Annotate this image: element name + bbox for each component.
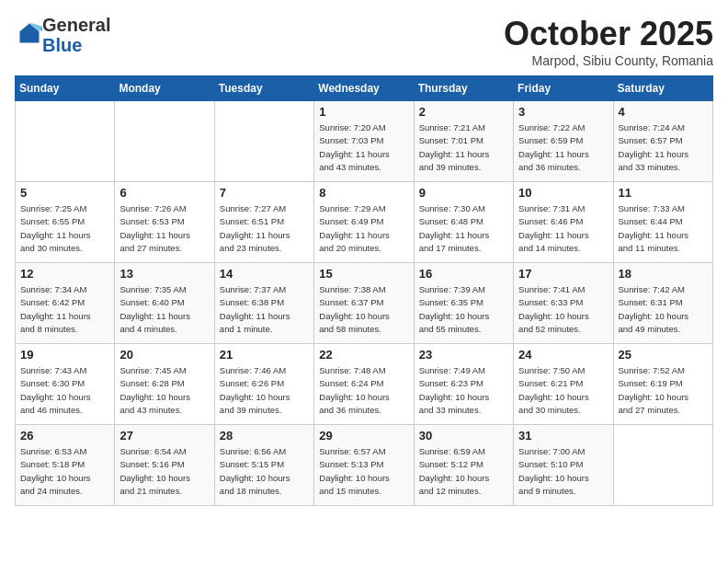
day-info: Sunrise: 7:27 AM Sunset: 6:51 PM Dayligh… [220,202,309,255]
day-info: Sunrise: 6:57 AM Sunset: 5:13 PM Dayligh… [319,445,408,498]
day-number: 18 [619,267,708,281]
day-info: Sunrise: 7:39 AM Sunset: 6:35 PM Dayligh… [419,283,508,336]
calendar-cell: 25Sunrise: 7:52 AM Sunset: 6:19 PM Dayli… [613,344,712,425]
day-number: 28 [220,429,309,442]
weekday-monday: Monday [115,76,214,101]
day-number: 20 [119,348,209,362]
day-number: 7 [220,186,309,200]
day-number: 30 [419,429,508,442]
calendar-cell: 31Sunrise: 7:00 AM Sunset: 5:10 PM Dayli… [514,425,613,506]
location-subtitle: Marpod, Sibiu County, Romania [504,53,713,68]
day-info: Sunrise: 7:31 AM Sunset: 6:46 PM Dayligh… [518,202,608,255]
day-info: Sunrise: 7:20 AM Sunset: 7:03 PM Dayligh… [319,121,408,174]
day-number: 22 [319,348,408,362]
weekday-thursday: Thursday [414,76,513,101]
day-info: Sunrise: 7:33 AM Sunset: 6:44 PM Dayligh… [619,202,708,255]
calendar-cell: 3Sunrise: 7:22 AM Sunset: 6:59 PM Daylig… [514,101,613,182]
week-row-5: 26Sunrise: 6:53 AM Sunset: 5:18 PM Dayli… [16,425,713,506]
day-info: Sunrise: 7:25 AM Sunset: 6:55 PM Dayligh… [20,202,109,255]
day-number: 15 [319,267,408,281]
page-header: General Blue October 2025 Marpod, Sibiu … [15,15,713,68]
day-number: 17 [518,267,608,281]
calendar-cell: 11Sunrise: 7:33 AM Sunset: 6:44 PM Dayli… [613,182,712,263]
day-number: 13 [119,267,209,281]
day-info: Sunrise: 7:34 AM Sunset: 6:42 PM Dayligh… [20,283,109,336]
day-info: Sunrise: 7:30 AM Sunset: 6:48 PM Dayligh… [419,202,508,255]
day-number: 24 [518,348,608,362]
calendar-cell: 26Sunrise: 6:53 AM Sunset: 5:18 PM Dayli… [16,425,115,506]
calendar-cell: 9Sunrise: 7:30 AM Sunset: 6:48 PM Daylig… [414,182,513,263]
title-block: October 2025 Marpod, Sibiu County, Roman… [504,15,713,68]
day-info: Sunrise: 7:48 AM Sunset: 6:24 PM Dayligh… [319,364,408,417]
calendar-cell: 29Sunrise: 6:57 AM Sunset: 5:13 PM Dayli… [314,425,414,506]
day-number: 3 [518,105,608,119]
calendar-cell: 23Sunrise: 7:49 AM Sunset: 6:23 PM Dayli… [414,344,513,425]
day-info: Sunrise: 7:22 AM Sunset: 6:59 PM Dayligh… [518,121,608,174]
day-info: Sunrise: 7:29 AM Sunset: 6:49 PM Dayligh… [319,202,408,255]
logo-icon [17,20,42,46]
day-number: 27 [119,429,209,442]
weekday-header-row: SundayMondayTuesdayWednesdayThursdayFrid… [16,76,713,101]
day-info: Sunrise: 7:37 AM Sunset: 6:38 PM Dayligh… [220,283,309,336]
week-row-4: 19Sunrise: 7:43 AM Sunset: 6:30 PM Dayli… [16,344,713,425]
day-number: 16 [419,267,508,281]
weekday-friday: Friday [514,76,613,101]
calendar-cell: 21Sunrise: 7:46 AM Sunset: 6:26 PM Dayli… [214,344,313,425]
day-number: 6 [119,186,209,200]
calendar-cell: 28Sunrise: 6:56 AM Sunset: 5:15 PM Dayli… [214,425,313,506]
calendar-cell [115,101,214,182]
calendar-cell: 13Sunrise: 7:35 AM Sunset: 6:40 PM Dayli… [115,263,214,344]
calendar-cell: 5Sunrise: 7:25 AM Sunset: 6:55 PM Daylig… [16,182,115,263]
day-info: Sunrise: 6:56 AM Sunset: 5:15 PM Dayligh… [220,445,309,498]
day-number: 12 [20,267,109,281]
month-title: October 2025 [504,15,713,53]
day-number: 29 [319,429,408,442]
calendar-cell: 8Sunrise: 7:29 AM Sunset: 6:49 PM Daylig… [314,182,414,263]
calendar-cell: 30Sunrise: 6:59 AM Sunset: 5:12 PM Dayli… [414,425,513,506]
calendar-cell: 18Sunrise: 7:42 AM Sunset: 6:31 PM Dayli… [613,263,712,344]
day-info: Sunrise: 7:46 AM Sunset: 6:26 PM Dayligh… [220,364,309,417]
calendar-cell: 22Sunrise: 7:48 AM Sunset: 6:24 PM Dayli… [314,344,414,425]
day-number: 8 [319,186,408,200]
calendar-cell [16,101,115,182]
day-number: 19 [20,348,109,362]
day-number: 11 [619,186,708,200]
weekday-wednesday: Wednesday [314,76,414,101]
day-info: Sunrise: 7:00 AM Sunset: 5:10 PM Dayligh… [518,445,608,498]
day-number: 1 [319,105,408,119]
logo-general: General [42,15,110,35]
week-row-1: 1Sunrise: 7:20 AM Sunset: 7:03 PM Daylig… [16,101,713,182]
day-info: Sunrise: 7:50 AM Sunset: 6:21 PM Dayligh… [518,364,608,417]
calendar-cell: 10Sunrise: 7:31 AM Sunset: 6:46 PM Dayli… [514,182,613,263]
calendar-cell: 17Sunrise: 7:41 AM Sunset: 6:33 PM Dayli… [514,263,613,344]
logo-blue: Blue [42,35,110,55]
calendar-cell: 16Sunrise: 7:39 AM Sunset: 6:35 PM Dayli… [414,263,513,344]
day-info: Sunrise: 7:26 AM Sunset: 6:53 PM Dayligh… [119,202,209,255]
day-number: 21 [220,348,309,362]
calendar-cell: 7Sunrise: 7:27 AM Sunset: 6:51 PM Daylig… [214,182,313,263]
weekday-saturday: Saturday [613,76,712,101]
day-info: Sunrise: 7:43 AM Sunset: 6:30 PM Dayligh… [20,364,109,417]
weekday-sunday: Sunday [16,76,115,101]
day-info: Sunrise: 7:49 AM Sunset: 6:23 PM Dayligh… [419,364,508,417]
day-number: 5 [20,186,109,200]
day-info: Sunrise: 6:59 AM Sunset: 5:12 PM Dayligh… [419,445,508,498]
calendar-table: SundayMondayTuesdayWednesdayThursdayFrid… [15,75,713,506]
calendar-cell [613,425,712,506]
calendar-cell: 6Sunrise: 7:26 AM Sunset: 6:53 PM Daylig… [115,182,214,263]
calendar-cell: 12Sunrise: 7:34 AM Sunset: 6:42 PM Dayli… [16,263,115,344]
day-number: 2 [419,105,508,119]
day-info: Sunrise: 6:53 AM Sunset: 5:18 PM Dayligh… [20,445,109,498]
week-row-3: 12Sunrise: 7:34 AM Sunset: 6:42 PM Dayli… [16,263,713,344]
calendar-cell: 1Sunrise: 7:20 AM Sunset: 7:03 PM Daylig… [314,101,414,182]
day-info: Sunrise: 7:21 AM Sunset: 7:01 PM Dayligh… [419,121,508,174]
calendar-body: 1Sunrise: 7:20 AM Sunset: 7:03 PM Daylig… [16,101,713,506]
day-number: 10 [518,186,608,200]
day-info: Sunrise: 7:42 AM Sunset: 6:31 PM Dayligh… [619,283,708,336]
day-info: Sunrise: 7:38 AM Sunset: 6:37 PM Dayligh… [319,283,408,336]
calendar-cell: 24Sunrise: 7:50 AM Sunset: 6:21 PM Dayli… [514,344,613,425]
week-row-2: 5Sunrise: 7:25 AM Sunset: 6:55 PM Daylig… [16,182,713,263]
day-info: Sunrise: 7:35 AM Sunset: 6:40 PM Dayligh… [119,283,209,336]
day-info: Sunrise: 7:45 AM Sunset: 6:28 PM Dayligh… [119,364,209,417]
day-info: Sunrise: 7:41 AM Sunset: 6:33 PM Dayligh… [518,283,608,336]
